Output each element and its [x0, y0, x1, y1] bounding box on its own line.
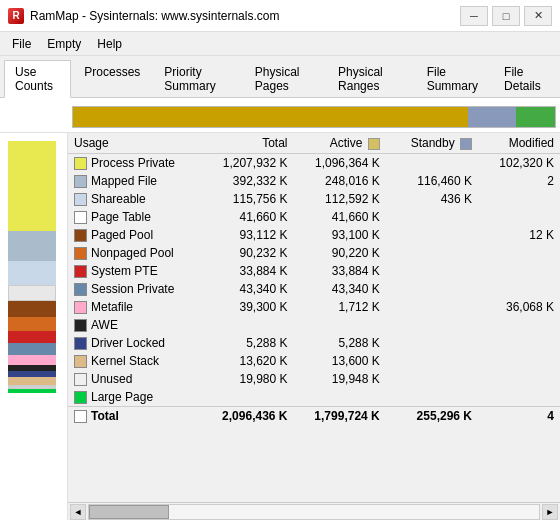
standby-cell: [386, 352, 478, 370]
usage-color-swatch: [74, 410, 87, 423]
active-cell: 112,592 K: [294, 190, 386, 208]
usage-label: Unused: [91, 372, 132, 386]
total-cell: 392,332 K: [201, 172, 293, 190]
usage-cell: Paged Pool: [68, 226, 201, 244]
active-cell: [294, 316, 386, 334]
legend-strips: [8, 141, 56, 393]
tab-use-counts[interactable]: Use Counts: [4, 60, 71, 98]
usage-color-swatch: [74, 373, 87, 386]
tab-physical-pages[interactable]: Physical Pages: [244, 60, 325, 97]
total-cell: 115,756 K: [201, 190, 293, 208]
minimize-button[interactable]: ─: [460, 6, 488, 26]
table-row: Driver Locked5,288 K5,288 K: [68, 334, 560, 352]
usage-cell: Large Page: [68, 388, 201, 406]
usage-cell: Session Private: [68, 280, 201, 298]
usage-cell: Nonpaged Pool: [68, 244, 201, 262]
usage-cell: Unused: [68, 370, 201, 388]
table-row: Unused19,980 K19,948 K: [68, 370, 560, 388]
usage-color-swatch: [74, 301, 87, 314]
total-cell: 90,232 K: [201, 244, 293, 262]
usage-table: Usage Total Active Standby Modified: [68, 133, 560, 425]
table-row: Total2,096,436 K1,799,724 K255,296 K4: [68, 407, 560, 426]
total-cell: 33,884 K: [201, 262, 293, 280]
modified-cell: [478, 316, 560, 334]
menu-help[interactable]: Help: [89, 35, 130, 53]
legend-session-private: [8, 343, 56, 355]
tab-physical-ranges[interactable]: Physical Ranges: [327, 60, 414, 97]
modified-cell: [478, 370, 560, 388]
modified-cell: [478, 388, 560, 407]
progress-segment-0: [73, 107, 468, 127]
usage-label: Driver Locked: [91, 336, 165, 350]
table-row: Metafile39,300 K1,712 K36,068 K: [68, 298, 560, 316]
menu-file[interactable]: File: [4, 35, 39, 53]
content-area: Usage Total Active Standby Modified: [0, 133, 560, 520]
menu-bar: File Empty Help: [0, 32, 560, 56]
usage-color-swatch: [74, 391, 87, 404]
scroll-right-button[interactable]: ►: [542, 504, 558, 520]
active-cell: 19,948 K: [294, 370, 386, 388]
standby-cell: [386, 298, 478, 316]
usage-label: Metafile: [91, 300, 133, 314]
tab-file-summary[interactable]: File Summary: [416, 60, 491, 97]
horizontal-scrollbar[interactable]: ◄ ►: [68, 502, 560, 520]
table-header-row: Usage Total Active Standby Modified: [68, 133, 560, 154]
total-cell: [201, 316, 293, 334]
usage-color-swatch: [74, 157, 87, 170]
table-row: Paged Pool93,112 K93,100 K12 K: [68, 226, 560, 244]
table-wrapper: Usage Total Active Standby Modified: [68, 133, 560, 520]
legend-large-page: [8, 389, 56, 393]
modified-cell: [478, 280, 560, 298]
standby-cell: 116,460 K: [386, 172, 478, 190]
modified-cell: 4: [478, 407, 560, 426]
col-standby: Standby: [386, 133, 478, 154]
usage-cell: Driver Locked: [68, 334, 201, 352]
active-cell: 248,016 K: [294, 172, 386, 190]
total-cell: 43,340 K: [201, 280, 293, 298]
standby-cell: [386, 262, 478, 280]
standby-cell: [386, 154, 478, 173]
total-cell: 93,112 K: [201, 226, 293, 244]
standby-cell: [386, 334, 478, 352]
legend-shareable: [8, 261, 56, 285]
menu-empty[interactable]: Empty: [39, 35, 89, 53]
progress-segment-2: [516, 107, 555, 127]
standby-cell: 255,296 K: [386, 407, 478, 426]
active-cell: 5,288 K: [294, 334, 386, 352]
active-cell: 1,799,724 K: [294, 407, 386, 426]
scroll-track[interactable]: [88, 504, 540, 520]
total-cell: 13,620 K: [201, 352, 293, 370]
modified-cell: [478, 190, 560, 208]
scroll-thumb[interactable]: [89, 505, 169, 519]
legend-system-pte: [8, 331, 56, 343]
standby-cell: [386, 208, 478, 226]
usage-color-swatch: [74, 319, 87, 332]
standby-cell: [386, 244, 478, 262]
close-button[interactable]: ✕: [524, 6, 552, 26]
usage-label: Nonpaged Pool: [91, 246, 174, 260]
left-legend: [0, 133, 68, 520]
standby-cell: [386, 280, 478, 298]
app-icon: R: [8, 8, 24, 24]
standby-cell: [386, 370, 478, 388]
usage-label: System PTE: [91, 264, 158, 278]
usage-color-swatch: [74, 175, 87, 188]
usage-color-swatch: [74, 211, 87, 224]
table-row: Mapped File392,332 K248,016 K116,460 K2: [68, 172, 560, 190]
usage-cell: Process Private: [68, 154, 201, 172]
usage-label: Session Private: [91, 282, 174, 296]
active-cell: 1,712 K: [294, 298, 386, 316]
scroll-left-button[interactable]: ◄: [70, 504, 86, 520]
usage-color-swatch: [74, 193, 87, 206]
maximize-button[interactable]: □: [492, 6, 520, 26]
tab-priority-summary[interactable]: Priority Summary: [153, 60, 241, 97]
tab-file-details[interactable]: File Details: [493, 60, 558, 97]
table-scroll-area[interactable]: Usage Total Active Standby Modified: [68, 133, 560, 502]
legend-paged-pool: [8, 301, 56, 317]
title-bar: R RamMap - Sysinternals: www.sysinternal…: [0, 0, 560, 32]
legend-page-table: [8, 285, 56, 301]
usage-color-swatch: [74, 229, 87, 242]
modified-cell: 102,320 K: [478, 154, 560, 173]
tab-processes[interactable]: Processes: [73, 60, 151, 97]
memory-progress-bar: [72, 106, 556, 128]
